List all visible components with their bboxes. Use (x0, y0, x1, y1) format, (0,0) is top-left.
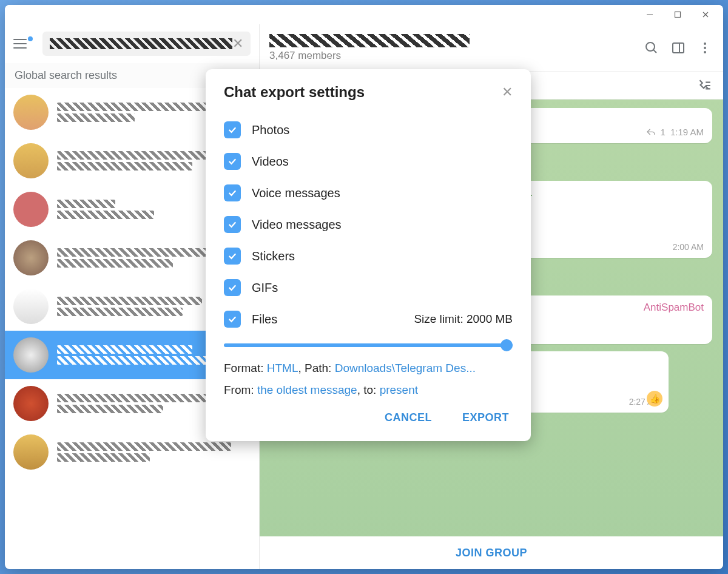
path-link[interactable]: Downloads\Telegram Des... (335, 362, 476, 374)
checkbox-icon (224, 153, 241, 170)
app-window: ✕ Global search results (5, 5, 723, 569)
export-button[interactable]: EXPORT (459, 405, 513, 430)
format-path-row: Format: HTML, Path: Downloads\Telegram D… (224, 362, 513, 375)
checkbox-icon (224, 248, 241, 265)
checkbox-icon (224, 216, 241, 233)
checkbox-photos[interactable]: Photos (224, 114, 513, 146)
to-label: , to: (357, 383, 380, 396)
from-link[interactable]: the oldest message (257, 383, 357, 396)
date-range-row: From: the oldest message, to: present (224, 383, 513, 397)
close-icon[interactable]: ✕ (502, 84, 513, 100)
to-link[interactable]: present (380, 383, 418, 396)
checkbox-videos[interactable]: Videos (224, 146, 513, 177)
checkbox-gifs[interactable]: GIFs (224, 272, 513, 303)
checkbox-icon (224, 311, 241, 328)
size-limit-slider[interactable] (224, 343, 513, 347)
checkbox-files[interactable]: Files Size limit: 2000 MB (224, 303, 513, 335)
checkbox-stickers[interactable]: Stickers (224, 240, 513, 272)
size-limit-label: Size limit: 2000 MB (414, 312, 513, 326)
checkbox-label: Stickers (252, 249, 513, 263)
checkbox-icon (224, 279, 241, 296)
format-link[interactable]: HTML (267, 362, 298, 374)
checkbox-voice[interactable]: Voice messages (224, 177, 513, 209)
checkbox-icon (224, 121, 241, 138)
checkbox-label: Video messages (252, 218, 513, 232)
cancel-button[interactable]: CANCEL (381, 405, 436, 430)
format-label: Format: (224, 362, 267, 374)
export-settings-dialog: Chat export settings ✕ Photos Videos Voi… (206, 69, 531, 441)
path-label: , Path: (298, 362, 334, 374)
dialog-title: Chat export settings (224, 84, 365, 101)
checkbox-label: Videos (252, 155, 513, 169)
from-label: From: (224, 383, 257, 396)
checkbox-label: GIFs (252, 281, 513, 295)
dialog-overlay: Chat export settings ✕ Photos Videos Voi… (5, 5, 723, 569)
checkbox-label: Voice messages (252, 186, 513, 200)
checkbox-video-messages[interactable]: Video messages (224, 209, 513, 240)
slider-thumb[interactable] (500, 339, 513, 351)
checkbox-icon (224, 184, 241, 201)
checkbox-label: Files (252, 312, 403, 326)
checkbox-label: Photos (252, 123, 513, 137)
